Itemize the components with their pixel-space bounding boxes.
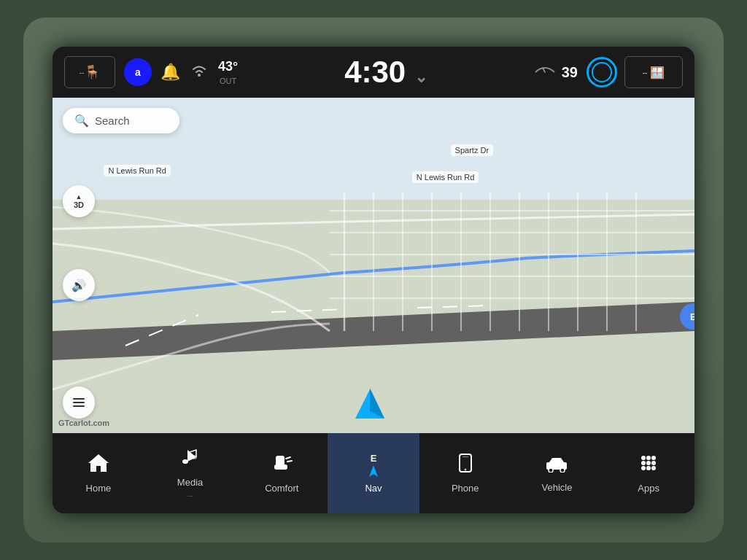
svg-point-47 xyxy=(651,461,656,465)
svg-point-41 xyxy=(560,468,565,472)
svg-point-49 xyxy=(646,466,651,470)
clock-display: 4:30 ⌄ xyxy=(344,55,427,90)
svg-marker-35 xyxy=(369,465,378,477)
svg-point-40 xyxy=(549,468,553,472)
search-icon: 🔍 xyxy=(74,114,89,128)
road-label-spartz: Spartz Dr xyxy=(451,144,493,156)
apps-label: Apps xyxy=(638,483,659,494)
nav-item-vehicle[interactable]: Vehicle xyxy=(511,433,603,513)
nav-label: Nav xyxy=(365,483,382,494)
notification-icon[interactable]: 🔔 xyxy=(160,63,180,82)
comfort-icon xyxy=(270,453,293,478)
nav-compass: E xyxy=(365,453,382,478)
svg-point-50 xyxy=(651,466,656,470)
home-label: Home xyxy=(86,483,112,494)
temp-label: OUT xyxy=(218,76,238,86)
svg-point-44 xyxy=(651,456,656,460)
road-label-lewis: N Lewis Run Rd xyxy=(412,171,479,183)
menu-line-3 xyxy=(73,405,85,407)
mirror-controls-right[interactable]: -- 🪟 xyxy=(624,56,683,88)
phone-label: Phone xyxy=(452,483,479,494)
comfort-label: Comfort xyxy=(265,483,298,494)
speed-value: 39 xyxy=(562,64,578,81)
status-right: -- 🪟 xyxy=(587,56,683,88)
svg-point-29 xyxy=(182,459,188,464)
svg-point-0 xyxy=(198,74,201,77)
map-area[interactable]: E 🔍 Search Spartz Dr N Lewis Run Rd N Le… xyxy=(53,98,694,433)
nav-item-home[interactable]: Home xyxy=(53,433,144,513)
infotainment-screen: -- 🪑 a 🔔 43° OUT xyxy=(53,47,694,513)
vehicle-label: Vehicle xyxy=(541,482,572,493)
nav-item-nav[interactable]: E Nav xyxy=(328,433,419,513)
nav-item-apps[interactable]: Apps xyxy=(603,433,694,513)
speed-icon xyxy=(534,65,556,79)
clock-time: 4:30 xyxy=(344,55,406,89)
nav-item-media[interactable]: Media ··· xyxy=(144,433,236,513)
alexa-ring[interactable] xyxy=(587,57,617,88)
search-bar[interactable]: 🔍 Search xyxy=(63,108,179,133)
alexa-ring-inner xyxy=(592,62,612,82)
map-3d-control[interactable]: ▲ 3D xyxy=(63,185,95,217)
svg-text:E: E xyxy=(690,312,694,322)
svg-line-33 xyxy=(286,457,290,459)
car-frame: -- 🪑 a 🔔 43° OUT xyxy=(23,18,724,542)
svg-marker-28 xyxy=(88,454,109,472)
nav-item-comfort[interactable]: Comfort xyxy=(236,433,328,513)
svg-line-34 xyxy=(287,461,292,462)
svg-point-48 xyxy=(641,466,646,470)
map-svg: E xyxy=(53,98,694,433)
map-menu-control[interactable] xyxy=(63,386,95,419)
map-sound-control[interactable]: 🔊 xyxy=(63,269,95,301)
apps-icon xyxy=(638,453,659,478)
watermark: GTcarlot.com xyxy=(58,419,109,427)
svg-point-43 xyxy=(646,456,651,460)
svg-point-45 xyxy=(641,461,646,465)
search-placeholder: Search xyxy=(95,114,130,127)
svg-point-46 xyxy=(646,461,651,465)
menu-line-1 xyxy=(73,398,85,400)
svg-rect-32 xyxy=(274,464,287,470)
phone-icon xyxy=(457,453,473,478)
status-bar: -- 🪑 a 🔔 43° OUT xyxy=(53,47,694,98)
svg-rect-37 xyxy=(462,456,468,457)
speed-display: 39 xyxy=(534,64,578,81)
nav-item-phone[interactable]: Phone xyxy=(419,433,511,513)
temperature-display: 43° OUT xyxy=(218,58,238,86)
svg-point-42 xyxy=(641,456,646,460)
media-icon xyxy=(180,447,201,472)
alexa-button-left[interactable]: a xyxy=(124,58,152,86)
nav-bar: Home Media ··· xyxy=(53,433,694,513)
clock-area: 4:30 ⌄ xyxy=(247,55,525,90)
temperature-value: 43° xyxy=(218,58,238,75)
media-label: Media xyxy=(177,477,203,488)
svg-rect-31 xyxy=(276,456,285,466)
home-icon xyxy=(87,453,110,478)
road-label-lewis-left: N Lewis Run Rd xyxy=(104,165,170,176)
menu-line-2 xyxy=(73,402,85,403)
seat-controls-left[interactable]: -- 🪑 xyxy=(64,56,115,88)
wifi-icon xyxy=(189,63,209,82)
vehicle-icon xyxy=(543,454,570,478)
svg-point-38 xyxy=(464,469,466,471)
